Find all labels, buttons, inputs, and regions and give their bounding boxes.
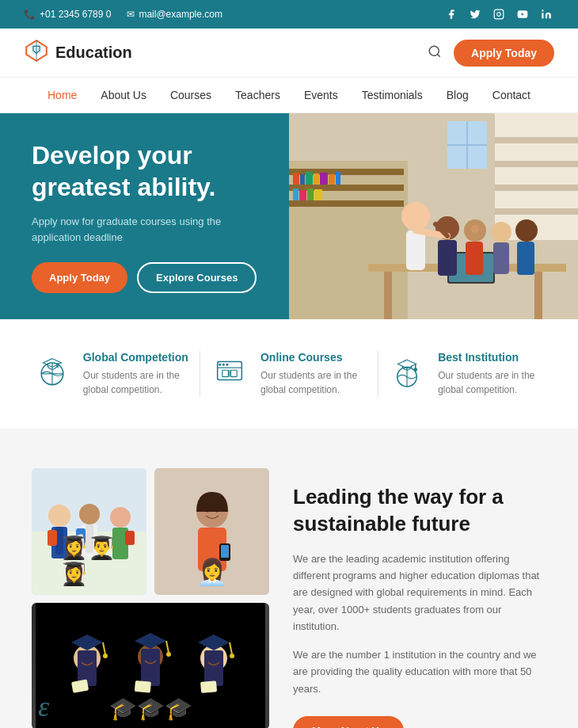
nav-blog[interactable]: Blog	[447, 89, 469, 101]
feature-institution-text: Best Institution Our students are in the…	[438, 351, 546, 397]
linkedin-link[interactable]	[538, 6, 554, 22]
svg-rect-41	[466, 242, 483, 275]
svg-rect-12	[293, 173, 299, 185]
svg-rect-110	[135, 680, 151, 693]
svg-rect-89	[221, 545, 229, 558]
phone-icon: 📞	[24, 9, 36, 20]
instagram-link[interactable]	[491, 6, 507, 22]
svg-point-71	[48, 505, 70, 527]
svg-point-4	[542, 10, 543, 11]
svg-rect-27	[495, 208, 578, 215]
nav-events[interactable]: Events	[304, 89, 338, 101]
svg-rect-15	[314, 173, 319, 185]
svg-rect-10	[289, 185, 404, 191]
feature-online-title: Online Courses	[260, 351, 368, 364]
feature-global-title: Global Competetion	[83, 351, 191, 364]
nav-contact[interactable]: Contact	[492, 89, 530, 101]
youtube-link[interactable]	[515, 6, 530, 22]
feature-institution-desc: Our students are in the global competiti…	[438, 368, 546, 397]
svg-point-75	[79, 504, 100, 524]
twitter-link[interactable]	[467, 6, 483, 22]
svg-rect-45	[517, 242, 534, 275]
feature-divider-1	[200, 351, 200, 397]
svg-point-91	[215, 509, 219, 513]
svg-rect-83	[94, 539, 109, 551]
svg-rect-59	[222, 370, 229, 376]
hero-section: Develop your greatest ability. Apply now…	[0, 113, 578, 319]
nav-teachers[interactable]: Teachers	[235, 89, 280, 101]
svg-rect-74	[48, 530, 57, 546]
svg-rect-0	[494, 10, 504, 19]
about-image-3: ε	[32, 603, 269, 728]
email-icon: ✉	[127, 9, 135, 20]
search-button[interactable]	[428, 44, 442, 62]
svg-rect-23	[495, 113, 578, 240]
svg-point-67	[414, 368, 418, 372]
svg-rect-43	[493, 242, 509, 274]
about-images: ε	[32, 468, 269, 728]
about-image-1	[32, 468, 146, 595]
about-para-1: We are the leading academic institution …	[293, 551, 546, 635]
nav-about[interactable]: About Us	[101, 89, 146, 101]
svg-rect-19	[293, 189, 299, 200]
nav-testimonials[interactable]: Testimonials	[362, 89, 423, 101]
svg-point-58	[226, 364, 228, 366]
svg-point-36	[401, 202, 430, 231]
svg-point-57	[222, 364, 225, 366]
svg-rect-16	[320, 173, 328, 185]
header-actions: Apply Today	[428, 40, 554, 67]
feature-online-desc: Our students are in the global competiti…	[260, 368, 368, 397]
svg-rect-24	[495, 137, 578, 143]
nav-home[interactable]: Home	[48, 89, 77, 101]
about-content: Leading the way for a sustainable future…	[293, 468, 546, 728]
svg-rect-101	[141, 649, 160, 686]
topbar-contact: 📞 +01 2345 6789 0 ✉ mail@example.com	[24, 9, 222, 20]
svg-rect-17	[329, 174, 335, 185]
online-icon	[210, 351, 249, 391]
hero-image	[289, 113, 578, 319]
svg-rect-77	[86, 524, 93, 553]
svg-rect-20	[299, 190, 306, 200]
svg-point-56	[219, 364, 221, 366]
social-links	[443, 6, 554, 22]
feature-online-text: Online Courses Our students are in the g…	[260, 351, 368, 397]
svg-point-48	[471, 225, 479, 233]
main-nav: Home About Us Courses Teachers Events Te…	[0, 78, 578, 113]
facebook-link[interactable]	[443, 6, 459, 22]
phone-number: +01 2345 6789 0	[40, 9, 111, 20]
svg-rect-33	[534, 272, 542, 319]
feature-global: Global Competetion Our students are in t…	[32, 351, 191, 397]
hero-subtitle: Apply now for graduate courses using the…	[32, 214, 257, 245]
logo-icon	[24, 38, 49, 67]
topbar: 📞 +01 2345 6789 0 ✉ mail@example.com	[0, 0, 578, 29]
svg-rect-81	[125, 531, 135, 545]
svg-point-98	[103, 654, 108, 658]
svg-rect-11	[289, 200, 404, 207]
institution-icon	[387, 351, 427, 391]
feature-online: Online Courses Our students are in the g…	[210, 351, 368, 397]
about-title: Leading the way for a sustainable future	[293, 484, 546, 538]
svg-rect-66	[415, 364, 416, 368]
svg-point-108	[230, 654, 234, 658]
svg-rect-82	[67, 534, 86, 549]
svg-point-44	[515, 219, 538, 242]
more-about-button[interactable]: More About Us	[293, 716, 404, 728]
logo-text: Education	[55, 44, 132, 62]
apply-today-button[interactable]: Apply Today	[454, 40, 554, 67]
nav-courses[interactable]: Courses	[170, 89, 211, 101]
svg-rect-25	[495, 161, 578, 167]
hero-buttons: Apply Today Explore Courses	[32, 262, 257, 293]
svg-rect-21	[307, 189, 314, 200]
svg-rect-106	[204, 650, 223, 686]
svg-rect-39	[438, 240, 457, 276]
svg-rect-14	[306, 172, 313, 185]
svg-rect-13	[300, 174, 305, 185]
svg-rect-18	[336, 172, 340, 185]
svg-rect-32	[384, 272, 392, 319]
hero-explore-button[interactable]: Explore Courses	[137, 262, 257, 293]
svg-rect-60	[231, 370, 238, 376]
svg-rect-111	[200, 680, 217, 693]
phone-info: 📞 +01 2345 6789 0	[24, 9, 111, 20]
hero-apply-button[interactable]: Apply Today	[32, 262, 127, 293]
feature-institution: Best Institution Our students are in the…	[387, 351, 546, 397]
